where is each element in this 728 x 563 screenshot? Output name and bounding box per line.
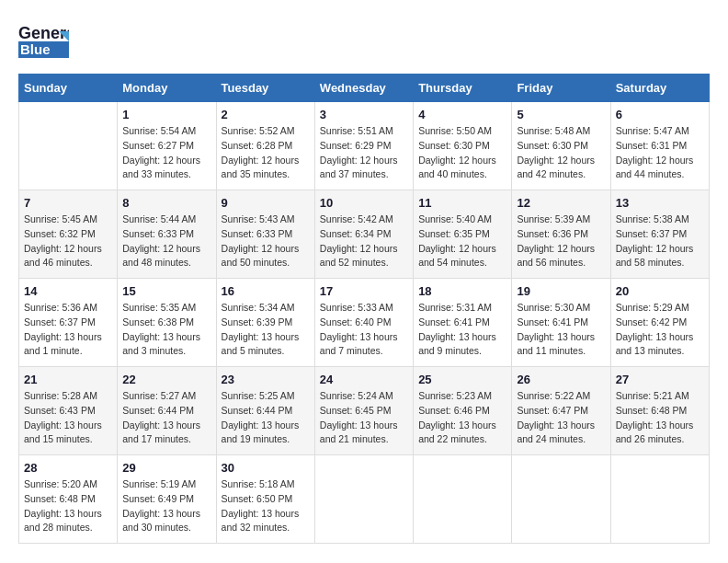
day-number: 2 [222,108,310,121]
calendar-cell: 22Sunrise: 5:27 AMSunset: 6:44 PMDayligh… [118,367,216,455]
day-number: 7 [24,196,112,210]
day-info: Sunrise: 5:35 AMSunset: 6:38 PMDaylight:… [122,301,210,359]
calendar-cell: 16Sunrise: 5:34 AMSunset: 6:39 PMDayligh… [216,279,314,367]
day-info: Sunrise: 5:52 AMSunset: 6:28 PMDaylight:… [222,124,310,182]
calendar-cell: 5Sunrise: 5:48 AMSunset: 6:30 PMDaylight… [512,102,610,190]
calendar-header: SundayMondayTuesdayWednesdayThursdayFrid… [19,75,710,102]
day-info: Sunrise: 5:47 AMSunset: 6:31 PMDaylight:… [616,124,704,182]
calendar-cell: 6Sunrise: 5:47 AMSunset: 6:31 PMDaylight… [610,102,709,190]
day-number: 6 [616,108,704,121]
day-info: Sunrise: 5:30 AMSunset: 6:41 PMDaylight:… [517,301,605,359]
day-info: Sunrise: 5:33 AMSunset: 6:40 PMDaylight:… [320,301,408,359]
calendar-cell: 23Sunrise: 5:25 AMSunset: 6:44 PMDayligh… [216,367,314,455]
day-info: Sunrise: 5:18 AMSunset: 6:50 PMDaylight:… [222,477,310,535]
day-number: 25 [418,373,506,386]
calendar-cell: 13Sunrise: 5:38 AMSunset: 6:37 PMDayligh… [610,190,709,279]
day-number: 21 [24,373,112,386]
calendar-cell [19,102,118,190]
calendar-cell: 26Sunrise: 5:22 AMSunset: 6:47 PMDayligh… [512,367,610,455]
weekday-header: Sunday [19,75,118,102]
day-number: 16 [222,284,310,298]
day-number: 30 [222,461,310,475]
day-info: Sunrise: 5:42 AMSunset: 6:34 PMDaylight:… [320,213,408,270]
day-info: Sunrise: 5:51 AMSunset: 6:29 PMDaylight:… [320,124,408,182]
calendar-cell: 30Sunrise: 5:18 AMSunset: 6:50 PMDayligh… [216,455,314,544]
day-number: 23 [222,373,310,386]
calendar-cell: 3Sunrise: 5:51 AMSunset: 6:29 PMDaylight… [314,102,413,190]
calendar-cell: 4Sunrise: 5:50 AMSunset: 6:30 PMDaylight… [414,102,512,190]
day-number: 18 [418,284,506,298]
day-info: Sunrise: 5:50 AMSunset: 6:30 PMDaylight:… [418,124,506,182]
calendar-cell: 1Sunrise: 5:54 AMSunset: 6:27 PMDaylight… [118,102,216,190]
day-number: 20 [616,284,704,298]
day-info: Sunrise: 5:21 AMSunset: 6:48 PMDaylight:… [616,389,704,447]
calendar-week-row: 14Sunrise: 5:36 AMSunset: 6:37 PMDayligh… [19,279,710,367]
day-info: Sunrise: 5:45 AMSunset: 6:32 PMDaylight:… [24,213,112,270]
calendar-cell: 21Sunrise: 5:28 AMSunset: 6:43 PMDayligh… [19,367,118,455]
weekday-header: Thursday [414,75,512,102]
day-number: 11 [418,196,506,210]
calendar-cell: 2Sunrise: 5:52 AMSunset: 6:28 PMDaylight… [216,102,314,190]
day-info: Sunrise: 5:36 AMSunset: 6:37 PMDaylight:… [24,301,112,359]
calendar-week-row: 7Sunrise: 5:45 AMSunset: 6:32 PMDaylight… [19,190,710,279]
day-number: 14 [24,284,112,298]
day-number: 19 [517,284,605,298]
weekday-header: Wednesday [314,75,413,102]
day-info: Sunrise: 5:40 AMSunset: 6:35 PMDaylight:… [418,213,506,270]
calendar-cell: 28Sunrise: 5:20 AMSunset: 6:48 PMDayligh… [19,455,118,544]
calendar-cell: 12Sunrise: 5:39 AMSunset: 6:36 PMDayligh… [512,190,610,279]
calendar-cell: 10Sunrise: 5:42 AMSunset: 6:34 PMDayligh… [314,190,413,279]
header: General Blue [18,18,710,64]
calendar-cell: 14Sunrise: 5:36 AMSunset: 6:37 PMDayligh… [19,279,118,367]
weekday-header: Monday [118,75,216,102]
day-info: Sunrise: 5:48 AMSunset: 6:30 PMDaylight:… [517,124,605,182]
day-info: Sunrise: 5:25 AMSunset: 6:44 PMDaylight:… [222,389,310,447]
day-number: 5 [517,108,605,121]
calendar-cell: 27Sunrise: 5:21 AMSunset: 6:48 PMDayligh… [610,367,709,455]
day-info: Sunrise: 5:29 AMSunset: 6:42 PMDaylight:… [616,301,704,359]
day-number: 1 [122,108,210,121]
logo-icon: General Blue [18,18,69,64]
calendar-week-row: 21Sunrise: 5:28 AMSunset: 6:43 PMDayligh… [19,367,710,455]
logo: General Blue [18,18,71,64]
calendar-cell: 18Sunrise: 5:31 AMSunset: 6:41 PMDayligh… [414,279,512,367]
day-info: Sunrise: 5:38 AMSunset: 6:37 PMDaylight:… [616,213,704,270]
day-info: Sunrise: 5:22 AMSunset: 6:47 PMDaylight:… [517,389,605,447]
calendar-table: SundayMondayTuesdayWednesdayThursdayFrid… [18,74,710,544]
day-number: 9 [222,196,310,210]
calendar-cell: 17Sunrise: 5:33 AMSunset: 6:40 PMDayligh… [314,279,413,367]
day-number: 17 [320,284,408,298]
day-info: Sunrise: 5:54 AMSunset: 6:27 PMDaylight:… [122,124,210,182]
weekday-header: Tuesday [216,75,314,102]
day-number: 24 [320,373,408,386]
weekday-header: Saturday [610,75,709,102]
weekday-header: Friday [512,75,610,102]
day-info: Sunrise: 5:31 AMSunset: 6:41 PMDaylight:… [418,301,506,359]
calendar-cell: 19Sunrise: 5:30 AMSunset: 6:41 PMDayligh… [512,279,610,367]
calendar-week-row: 1Sunrise: 5:54 AMSunset: 6:27 PMDaylight… [19,102,710,190]
day-number: 13 [616,196,704,210]
calendar-cell: 20Sunrise: 5:29 AMSunset: 6:42 PMDayligh… [610,279,709,367]
day-number: 26 [517,373,605,386]
day-number: 29 [122,461,210,475]
calendar-cell [414,455,512,544]
day-info: Sunrise: 5:39 AMSunset: 6:36 PMDaylight:… [517,213,605,270]
day-number: 22 [122,373,210,386]
day-number: 27 [616,373,704,386]
calendar-cell: 8Sunrise: 5:44 AMSunset: 6:33 PMDaylight… [118,190,216,279]
calendar-cell: 24Sunrise: 5:24 AMSunset: 6:45 PMDayligh… [314,367,413,455]
day-info: Sunrise: 5:44 AMSunset: 6:33 PMDaylight:… [122,213,210,270]
day-number: 8 [122,196,210,210]
calendar-cell [512,455,610,544]
day-info: Sunrise: 5:43 AMSunset: 6:33 PMDaylight:… [222,213,310,270]
day-info: Sunrise: 5:27 AMSunset: 6:44 PMDaylight:… [122,389,210,447]
day-number: 12 [517,196,605,210]
calendar-cell: 25Sunrise: 5:23 AMSunset: 6:46 PMDayligh… [414,367,512,455]
calendar-cell: 15Sunrise: 5:35 AMSunset: 6:38 PMDayligh… [118,279,216,367]
day-info: Sunrise: 5:34 AMSunset: 6:39 PMDaylight:… [222,301,310,359]
day-info: Sunrise: 5:20 AMSunset: 6:48 PMDaylight:… [24,477,112,535]
day-number: 15 [122,284,210,298]
day-number: 28 [24,461,112,475]
calendar-cell: 7Sunrise: 5:45 AMSunset: 6:32 PMDaylight… [19,190,118,279]
calendar-week-row: 28Sunrise: 5:20 AMSunset: 6:48 PMDayligh… [19,455,710,544]
